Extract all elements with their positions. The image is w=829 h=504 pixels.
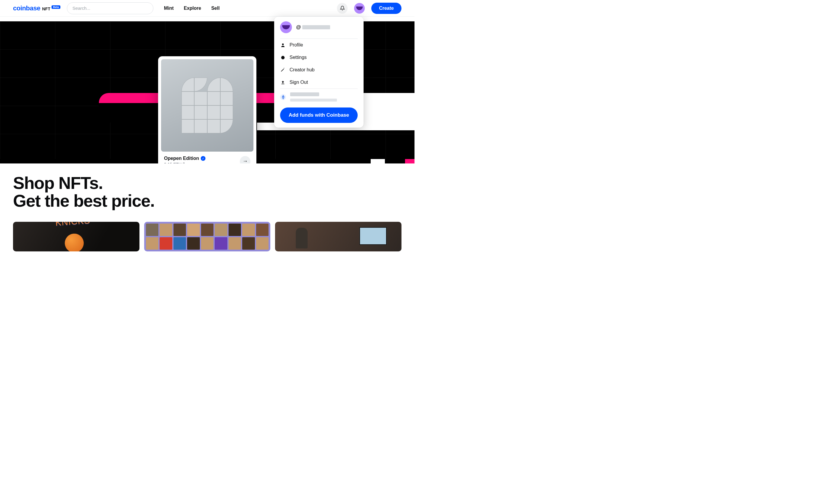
dropdown-item-sign-out[interactable]: Sign Out xyxy=(274,76,364,88)
dropdown-item-label: Sign Out xyxy=(290,80,308,85)
shop-heading: Shop NFTs. Get the best price. xyxy=(13,174,401,210)
logo-brand: coinbase xyxy=(13,4,40,12)
logo-sub: NFT xyxy=(42,6,50,11)
profile-avatar-button[interactable] xyxy=(354,3,365,13)
handle-at: @ xyxy=(296,24,301,30)
logo-badge: Beta xyxy=(51,5,61,9)
category-tile-sports[interactable]: NEW YORK KNICKS xyxy=(13,222,139,251)
avatar xyxy=(280,21,292,33)
sign-out-icon xyxy=(280,80,285,85)
nav-main: Mint Explore Sell xyxy=(164,6,220,11)
dropdown-item-label: Profile xyxy=(290,42,303,48)
header: coinbase NFT Beta Mint Explore Sell Crea… xyxy=(0,0,414,16)
user-icon xyxy=(280,42,285,48)
featured-title: Opepen Edition xyxy=(164,156,199,161)
ethereum-icon xyxy=(280,94,286,100)
notifications-button[interactable] xyxy=(337,3,348,13)
dropdown-wallet-row xyxy=(274,89,364,105)
verified-icon: ✓ xyxy=(201,156,206,161)
user-handle: @ xyxy=(296,24,330,30)
featured-next-button[interactable]: → xyxy=(240,156,250,164)
dropdown-item-label: Creator hub xyxy=(290,67,315,73)
wallet-balance-redacted xyxy=(290,99,337,102)
bell-icon xyxy=(340,6,345,11)
dropdown-item-settings[interactable]: Settings xyxy=(274,51,364,64)
nav-mint[interactable]: Mint xyxy=(164,6,174,11)
category-tile-collectibles[interactable] xyxy=(144,222,271,251)
search-input[interactable] xyxy=(67,2,153,14)
avatar-icon xyxy=(356,6,363,10)
knicks-logo: NEW YORK KNICKS xyxy=(47,222,100,251)
dropdown-item-creator-hub[interactable]: Creator hub xyxy=(274,64,364,76)
create-button[interactable]: Create xyxy=(371,3,401,14)
logo[interactable]: coinbase NFT Beta xyxy=(13,4,61,12)
gear-icon xyxy=(280,55,285,60)
profile-dropdown: @ Profile Settings Creator hub Sign Out xyxy=(274,16,364,128)
dropdown-item-label: Settings xyxy=(290,55,307,60)
category-tile-music[interactable] xyxy=(275,222,401,251)
svg-point-0 xyxy=(282,43,284,45)
handle-redacted xyxy=(302,25,330,29)
arrow-right-icon: → xyxy=(243,158,248,164)
nav-sell[interactable]: Sell xyxy=(211,6,219,11)
dropdown-user-row: @ xyxy=(274,16,364,38)
featured-card[interactable]: Opepen Edition ✓ 0.15 ETH floor → xyxy=(158,56,256,164)
featured-floor: 0.15 ETH floor xyxy=(164,162,206,164)
dropdown-item-profile[interactable]: Profile xyxy=(274,39,364,51)
featured-image xyxy=(161,59,253,152)
add-funds-button[interactable]: Add funds with Coinbase xyxy=(280,107,358,123)
punk-grid xyxy=(146,224,269,250)
shop-section: Shop NFTs. Get the best price. NEW YORK … xyxy=(0,164,414,251)
wallet-address-redacted xyxy=(290,93,319,96)
nav-explore[interactable]: Explore xyxy=(184,6,201,11)
pencil-icon xyxy=(280,67,285,73)
